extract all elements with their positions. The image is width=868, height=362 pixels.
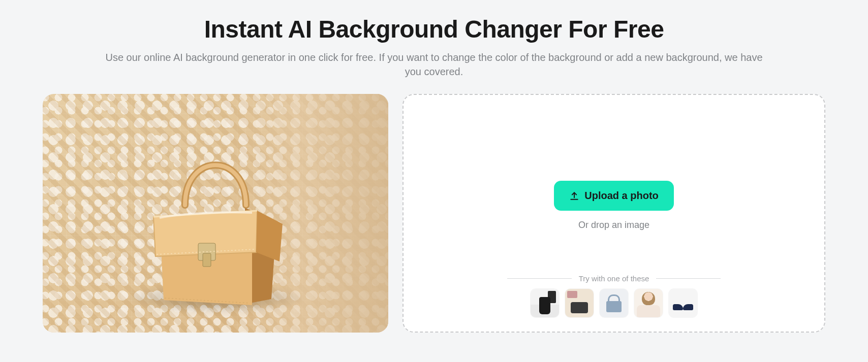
- preview-subject-handbag: [124, 116, 307, 319]
- page-title: Instant AI Background Changer For Free: [78, 15, 790, 43]
- svg-rect-1: [203, 253, 211, 267]
- sample-thumb-navy-shoes[interactable]: [669, 289, 697, 317]
- divider-line: [656, 278, 721, 279]
- sample-thumb-vintage-camera[interactable]: [565, 289, 594, 317]
- upload-dropzone[interactable]: Upload a photo Or drop an image Try with…: [402, 94, 825, 333]
- sample-images-section: Try with one of these: [404, 274, 824, 317]
- drop-image-label: Or drop an image: [578, 220, 649, 231]
- hero-section: Instant AI Background Changer For Free U…: [78, 15, 790, 79]
- sample-thumbnails: [531, 289, 697, 317]
- upload-photo-button[interactable]: Upload a photo: [554, 181, 674, 211]
- page-subtitle: Use our online AI background generator i…: [104, 50, 764, 79]
- upload-icon: [569, 191, 579, 201]
- divider-line: [507, 278, 572, 279]
- sample-thumb-blue-handbag[interactable]: [600, 289, 628, 317]
- sample-thumb-coffee-cup[interactable]: [531, 289, 559, 317]
- samples-label: Try with one of these: [579, 274, 649, 283]
- upload-button-label: Upload a photo: [584, 190, 659, 202]
- sample-thumb-woman-with-hat[interactable]: [634, 289, 663, 317]
- preview-card: [43, 94, 388, 333]
